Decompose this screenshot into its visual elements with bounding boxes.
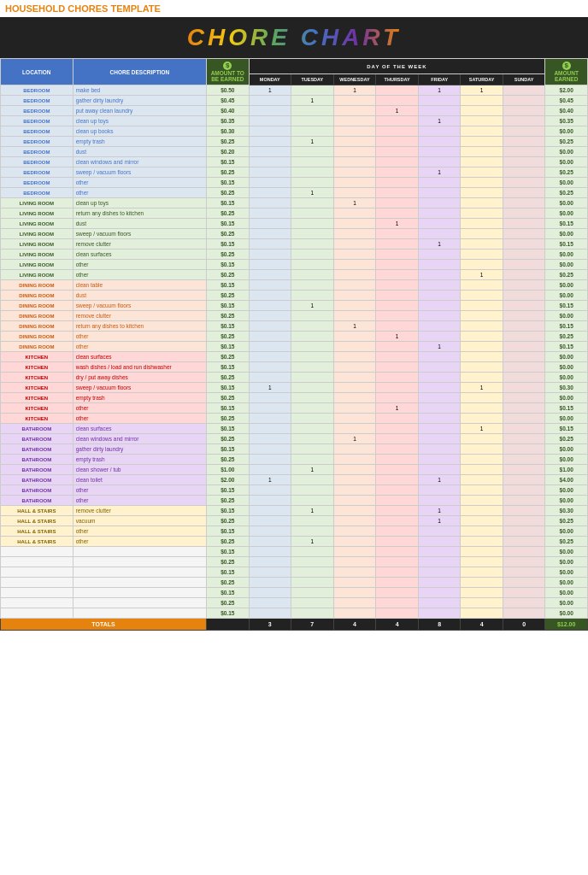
dollar-icon-earned: $ (562, 62, 571, 70)
cell-location: KITCHEN (1, 362, 74, 373)
cell-location: LIVING ROOM (1, 229, 74, 239)
totals-label: TOTALS (1, 619, 207, 631)
cell-earned: $0.00 (545, 362, 588, 373)
cell-earned: $0.00 (545, 178, 588, 188)
cell-sat (461, 311, 503, 321)
table-row: BEDROOMempty trash$0.251$0.25 (1, 137, 588, 147)
cell-chore: return any dishes to kitchen (73, 321, 206, 332)
cell-amount: $0.15 (207, 383, 250, 393)
cell-location (1, 547, 74, 557)
cell-earned: $4.00 (545, 475, 588, 485)
cell-sun (503, 516, 545, 526)
cell-sat (461, 229, 503, 239)
cell-chore: other (73, 178, 206, 188)
cell-tue (291, 373, 334, 383)
cell-wed (333, 291, 376, 301)
cell-earned: $0.25 (545, 537, 588, 547)
cell-mon (249, 137, 291, 147)
cell-location: HALL & STAIRS (1, 537, 74, 547)
cell-earned: $0.00 (545, 444, 588, 455)
table-row: $0.25$0.00 (1, 557, 588, 567)
cell-chore (73, 557, 206, 567)
cell-earned: $0.25 (545, 270, 588, 280)
cell-thu: 1 (376, 403, 419, 414)
cell-location: HALL & STAIRS (1, 526, 74, 537)
cell-sun (503, 578, 545, 588)
cell-thu (376, 167, 419, 178)
cell-tue (291, 178, 334, 188)
cell-earned: $0.00 (545, 352, 588, 362)
cell-mon (249, 455, 291, 465)
table-row: BATHROOMother$0.15$0.00 (1, 485, 588, 496)
cell-amount: $0.15 (207, 342, 250, 352)
cell-earned: $0.00 (545, 455, 588, 465)
cell-tue (291, 116, 334, 126)
cell-sun (503, 383, 545, 393)
table-row: KITCHENclean surfaces$0.25$0.00 (1, 352, 588, 362)
cell-mon (249, 567, 291, 578)
cell-fri (418, 455, 461, 465)
cell-wed (333, 270, 376, 280)
cell-tue: 1 (291, 537, 334, 547)
cell-earned: $0.00 (545, 588, 588, 598)
cell-tue (291, 85, 334, 96)
cell-location: LIVING ROOM (1, 198, 74, 208)
cell-fri (418, 198, 461, 208)
cell-chore: dust (73, 219, 206, 229)
cell-amount: $0.15 (207, 198, 250, 208)
cell-mon (249, 526, 291, 537)
cell-location: BEDROOM (1, 178, 74, 188)
cell-location: LIVING ROOM (1, 270, 74, 280)
cell-sun (503, 537, 545, 547)
cell-sun (503, 208, 545, 219)
cell-chore: dust (73, 291, 206, 301)
cell-thu (376, 229, 419, 239)
cell-mon (249, 557, 291, 567)
cell-wed (333, 424, 376, 434)
cell-mon (249, 373, 291, 383)
totals-tue: 7 (291, 619, 334, 631)
cell-sat (461, 537, 503, 547)
cell-fri (418, 126, 461, 137)
cell-thu: 1 (376, 219, 419, 229)
cell-amount: $0.25 (207, 352, 250, 362)
cell-chore (73, 598, 206, 608)
table-row: BEDROOMclean up toys$0.351$0.35 (1, 116, 588, 126)
cell-amount: $0.15 (207, 444, 250, 455)
cell-chore: sweep / vacuum floors (73, 167, 206, 178)
cell-tue (291, 198, 334, 208)
cell-tue (291, 229, 334, 239)
cell-tue (291, 352, 334, 362)
cell-mon (249, 126, 291, 137)
cell-wed (333, 403, 376, 414)
table-row: BATHROOMempty trash$0.25$0.00 (1, 455, 588, 465)
cell-sun (503, 167, 545, 178)
cell-chore: other (73, 260, 206, 270)
cell-thu (376, 126, 419, 137)
header-friday: FRIDAY (418, 74, 461, 85)
cell-sun (503, 526, 545, 537)
cell-wed (333, 332, 376, 342)
cell-fri: 1 (418, 85, 461, 96)
cell-earned: $0.00 (545, 547, 588, 557)
cell-mon (249, 291, 291, 301)
cell-sat (461, 178, 503, 188)
cell-tue (291, 383, 334, 393)
cell-earned: $0.25 (545, 332, 588, 342)
cell-mon (249, 260, 291, 270)
cell-thu (376, 85, 419, 96)
cell-sat (461, 280, 503, 291)
cell-wed (333, 208, 376, 219)
cell-chore: other (73, 414, 206, 424)
totals-wed: 4 (333, 619, 376, 631)
cell-tue (291, 311, 334, 321)
cell-sun (503, 547, 545, 557)
cell-earned: $0.15 (545, 301, 588, 311)
cell-mon (249, 608, 291, 619)
cell-location (1, 567, 74, 578)
table-row: LIVING ROOMclean surfaces$0.25$0.00 (1, 250, 588, 260)
cell-wed (333, 157, 376, 167)
cell-wed (333, 147, 376, 157)
cell-location: BEDROOM (1, 157, 74, 167)
cell-chore: other (73, 526, 206, 537)
